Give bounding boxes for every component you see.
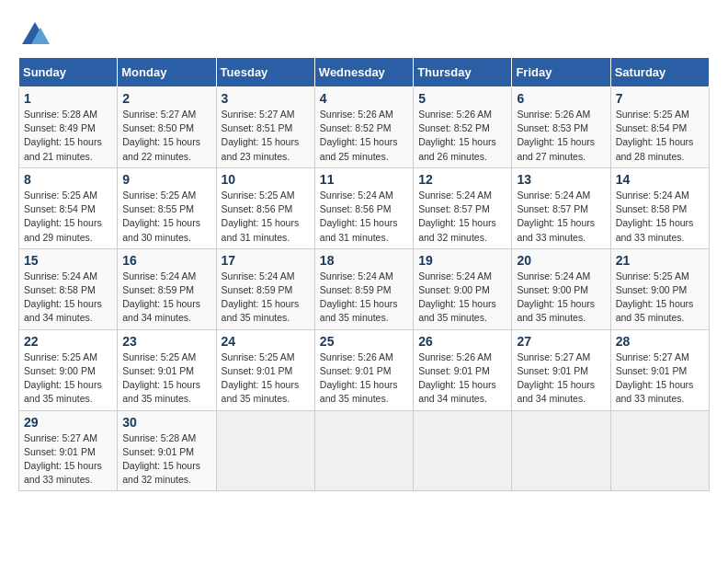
day-number: 30: [122, 415, 210, 430]
day-number: 19: [418, 253, 506, 268]
day-info: Sunrise: 5:24 AM Sunset: 8:59 PM Dayligh…: [122, 270, 210, 326]
day-number: 26: [418, 334, 506, 349]
day-info: Sunrise: 5:24 AM Sunset: 8:56 PM Dayligh…: [320, 189, 408, 245]
calendar-day-1: 1 Sunrise: 5:28 AM Sunset: 8:49 PM Dayli…: [19, 87, 118, 168]
day-number: 13: [517, 172, 605, 187]
calendar-day-15: 15 Sunrise: 5:24 AM Sunset: 8:58 PM Dayl…: [19, 248, 118, 329]
calendar-day-3: 3 Sunrise: 5:27 AM Sunset: 8:51 PM Dayli…: [216, 87, 314, 168]
logo: [18, 18, 51, 48]
day-number: 24: [222, 334, 310, 349]
calendar-day-21: 21 Sunrise: 5:25 AM Sunset: 9:00 PM Dayl…: [610, 248, 709, 329]
day-number: 14: [616, 172, 704, 187]
day-info: Sunrise: 5:24 AM Sunset: 8:57 PM Dayligh…: [418, 189, 506, 245]
day-number: 12: [418, 172, 506, 187]
day-number: 2: [122, 91, 210, 106]
day-number: 25: [320, 334, 408, 349]
calendar-day-4: 4 Sunrise: 5:26 AM Sunset: 8:52 PM Dayli…: [314, 87, 413, 168]
calendar-day-empty: [512, 410, 610, 491]
day-info: Sunrise: 5:25 AM Sunset: 8:54 PM Dayligh…: [616, 108, 704, 164]
calendar-day-30: 30 Sunrise: 5:28 AM Sunset: 9:01 PM Dayl…: [118, 410, 216, 491]
calendar-day-empty: [414, 410, 512, 491]
calendar-table: SundayMondayTuesdayWednesdayThursdayFrid…: [18, 57, 710, 491]
calendar-day-24: 24 Sunrise: 5:25 AM Sunset: 9:01 PM Dayl…: [216, 329, 314, 410]
day-info: Sunrise: 5:24 AM Sunset: 8:59 PM Dayligh…: [222, 270, 310, 326]
calendar-day-17: 17 Sunrise: 5:24 AM Sunset: 8:59 PM Dayl…: [216, 248, 314, 329]
calendar-day-16: 16 Sunrise: 5:24 AM Sunset: 8:59 PM Dayl…: [118, 248, 216, 329]
day-number: 29: [24, 415, 112, 430]
day-number: 23: [122, 334, 210, 349]
day-info: Sunrise: 5:24 AM Sunset: 9:00 PM Dayligh…: [517, 270, 605, 326]
logo-icon: [18, 18, 48, 48]
day-info: Sunrise: 5:25 AM Sunset: 8:55 PM Dayligh…: [122, 189, 210, 245]
day-number: 7: [616, 91, 704, 106]
day-info: Sunrise: 5:24 AM Sunset: 8:58 PM Dayligh…: [616, 189, 704, 245]
day-info: Sunrise: 5:27 AM Sunset: 9:01 PM Dayligh…: [616, 350, 704, 407]
calendar-day-9: 9 Sunrise: 5:25 AM Sunset: 8:55 PM Dayli…: [118, 167, 216, 248]
calendar-day-22: 22 Sunrise: 5:25 AM Sunset: 9:00 PM Dayl…: [19, 329, 118, 410]
day-number: 16: [122, 253, 210, 268]
day-info: Sunrise: 5:24 AM Sunset: 8:57 PM Dayligh…: [517, 189, 605, 245]
weekday-header-wednesday: Wednesday: [314, 58, 413, 87]
calendar-day-27: 27 Sunrise: 5:27 AM Sunset: 9:01 PM Dayl…: [512, 329, 610, 410]
weekday-header-friday: Friday: [512, 58, 610, 87]
day-number: 6: [517, 91, 605, 106]
day-number: 20: [517, 253, 605, 268]
calendar-day-empty: [314, 410, 413, 491]
day-info: Sunrise: 5:26 AM Sunset: 9:01 PM Dayligh…: [418, 350, 506, 407]
calendar-day-28: 28 Sunrise: 5:27 AM Sunset: 9:01 PM Dayl…: [610, 329, 709, 410]
day-number: 8: [24, 172, 112, 187]
day-number: 15: [24, 253, 112, 268]
calendar-day-6: 6 Sunrise: 5:26 AM Sunset: 8:53 PM Dayli…: [512, 87, 610, 168]
page-header: [18, 18, 710, 48]
day-number: 3: [222, 91, 310, 106]
day-info: Sunrise: 5:28 AM Sunset: 8:49 PM Dayligh…: [24, 108, 112, 164]
day-info: Sunrise: 5:25 AM Sunset: 9:00 PM Dayligh…: [616, 270, 704, 326]
calendar-day-20: 20 Sunrise: 5:24 AM Sunset: 9:00 PM Dayl…: [512, 248, 610, 329]
day-number: 17: [222, 253, 310, 268]
day-info: Sunrise: 5:25 AM Sunset: 9:00 PM Dayligh…: [24, 350, 112, 407]
weekday-header-tuesday: Tuesday: [216, 58, 314, 87]
calendar-week-1: 1 Sunrise: 5:28 AM Sunset: 8:49 PM Dayli…: [19, 87, 710, 168]
calendar-day-29: 29 Sunrise: 5:27 AM Sunset: 9:01 PM Dayl…: [19, 410, 118, 491]
day-info: Sunrise: 5:25 AM Sunset: 9:01 PM Dayligh…: [222, 350, 310, 407]
day-info: Sunrise: 5:27 AM Sunset: 8:51 PM Dayligh…: [222, 108, 310, 164]
calendar-day-empty: [216, 410, 314, 491]
day-info: Sunrise: 5:26 AM Sunset: 8:53 PM Dayligh…: [517, 108, 605, 164]
calendar-week-4: 22 Sunrise: 5:25 AM Sunset: 9:00 PM Dayl…: [19, 329, 710, 410]
day-info: Sunrise: 5:25 AM Sunset: 9:01 PM Dayligh…: [122, 350, 210, 407]
calendar-day-7: 7 Sunrise: 5:25 AM Sunset: 8:54 PM Dayli…: [610, 87, 709, 168]
calendar-day-23: 23 Sunrise: 5:25 AM Sunset: 9:01 PM Dayl…: [118, 329, 216, 410]
day-info: Sunrise: 5:27 AM Sunset: 9:01 PM Dayligh…: [24, 431, 112, 488]
weekday-header-sunday: Sunday: [19, 58, 118, 87]
calendar-day-18: 18 Sunrise: 5:24 AM Sunset: 8:59 PM Dayl…: [314, 248, 413, 329]
day-info: Sunrise: 5:26 AM Sunset: 8:52 PM Dayligh…: [320, 108, 408, 164]
day-info: Sunrise: 5:26 AM Sunset: 8:52 PM Dayligh…: [418, 108, 506, 164]
calendar-day-10: 10 Sunrise: 5:25 AM Sunset: 8:56 PM Dayl…: [216, 167, 314, 248]
day-number: 22: [24, 334, 112, 349]
calendar-day-empty: [610, 410, 709, 491]
day-info: Sunrise: 5:27 AM Sunset: 9:01 PM Dayligh…: [517, 350, 605, 407]
day-info: Sunrise: 5:24 AM Sunset: 9:00 PM Dayligh…: [418, 270, 506, 326]
day-info: Sunrise: 5:25 AM Sunset: 8:56 PM Dayligh…: [222, 189, 310, 245]
calendar-day-2: 2 Sunrise: 5:27 AM Sunset: 8:50 PM Dayli…: [118, 87, 216, 168]
day-number: 11: [320, 172, 408, 187]
day-info: Sunrise: 5:24 AM Sunset: 8:59 PM Dayligh…: [320, 270, 408, 326]
day-number: 27: [517, 334, 605, 349]
day-number: 21: [616, 253, 704, 268]
calendar-day-14: 14 Sunrise: 5:24 AM Sunset: 8:58 PM Dayl…: [610, 167, 709, 248]
calendar-week-3: 15 Sunrise: 5:24 AM Sunset: 8:58 PM Dayl…: [19, 248, 710, 329]
weekday-header-monday: Monday: [118, 58, 216, 87]
calendar-day-25: 25 Sunrise: 5:26 AM Sunset: 9:01 PM Dayl…: [314, 329, 413, 410]
calendar-day-5: 5 Sunrise: 5:26 AM Sunset: 8:52 PM Dayli…: [414, 87, 512, 168]
day-number: 9: [122, 172, 210, 187]
calendar-day-13: 13 Sunrise: 5:24 AM Sunset: 8:57 PM Dayl…: [512, 167, 610, 248]
weekday-header-saturday: Saturday: [610, 58, 709, 87]
day-number: 5: [418, 91, 506, 106]
day-number: 1: [24, 91, 112, 106]
calendar-week-5: 29 Sunrise: 5:27 AM Sunset: 9:01 PM Dayl…: [19, 410, 710, 491]
day-info: Sunrise: 5:26 AM Sunset: 9:01 PM Dayligh…: [320, 350, 408, 407]
day-number: 4: [320, 91, 408, 106]
day-number: 10: [222, 172, 310, 187]
calendar-day-8: 8 Sunrise: 5:25 AM Sunset: 8:54 PM Dayli…: [19, 167, 118, 248]
day-info: Sunrise: 5:27 AM Sunset: 8:50 PM Dayligh…: [122, 108, 210, 164]
